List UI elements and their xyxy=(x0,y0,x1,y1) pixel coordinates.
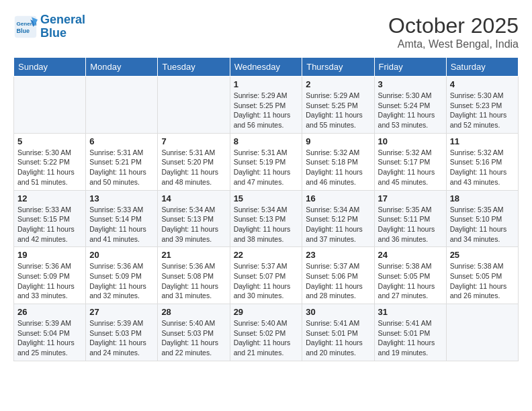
calendar-table: Sunday Monday Tuesday Wednesday Thursday… xyxy=(13,57,519,361)
calendar-cell: 15Sunrise: 5:34 AM Sunset: 5:13 PM Dayli… xyxy=(230,190,302,247)
calendar-cell xyxy=(158,77,230,134)
day-number: 4 xyxy=(450,79,515,89)
calendar-title: October 2025 xyxy=(388,13,519,38)
day-number: 2 xyxy=(306,79,370,89)
header-saturday: Saturday xyxy=(446,58,518,77)
calendar-cell: 30Sunrise: 5:41 AM Sunset: 5:01 PM Dayli… xyxy=(302,304,374,361)
day-info: Sunrise: 5:29 AM Sunset: 5:25 PM Dayligh… xyxy=(306,91,370,130)
header-sunday: Sunday xyxy=(14,58,86,77)
calendar-cell: 13Sunrise: 5:33 AM Sunset: 5:14 PM Dayli… xyxy=(86,190,158,247)
day-info: Sunrise: 5:35 AM Sunset: 5:10 PM Dayligh… xyxy=(450,205,515,244)
header-friday: Friday xyxy=(374,58,446,77)
day-info: Sunrise: 5:34 AM Sunset: 5:13 PM Dayligh… xyxy=(161,205,226,244)
calendar-cell: 31Sunrise: 5:41 AM Sunset: 5:01 PM Dayli… xyxy=(374,304,446,361)
day-number: 27 xyxy=(89,307,154,317)
day-number: 22 xyxy=(234,250,299,260)
calendar-cell: 21Sunrise: 5:36 AM Sunset: 5:08 PM Dayli… xyxy=(158,247,230,304)
day-info: Sunrise: 5:31 AM Sunset: 5:21 PM Dayligh… xyxy=(89,148,154,187)
day-info: Sunrise: 5:36 AM Sunset: 5:09 PM Dayligh… xyxy=(17,261,82,301)
day-info: Sunrise: 5:33 AM Sunset: 5:15 PM Dayligh… xyxy=(17,205,82,244)
day-info: Sunrise: 5:41 AM Sunset: 5:01 PM Dayligh… xyxy=(378,318,443,358)
day-number: 31 xyxy=(378,307,443,317)
page-header: General Blue GeneralBlue October 2025 Am… xyxy=(13,13,519,50)
day-info: Sunrise: 5:38 AM Sunset: 5:05 PM Dayligh… xyxy=(450,261,515,301)
calendar-cell: 11Sunrise: 5:32 AM Sunset: 5:16 PM Dayli… xyxy=(446,133,518,190)
day-info: Sunrise: 5:38 AM Sunset: 5:05 PM Dayligh… xyxy=(378,261,443,301)
day-number: 3 xyxy=(378,79,443,89)
day-info: Sunrise: 5:37 AM Sunset: 5:06 PM Dayligh… xyxy=(306,261,370,301)
day-info: Sunrise: 5:33 AM Sunset: 5:14 PM Dayligh… xyxy=(89,205,154,244)
day-number: 11 xyxy=(450,136,515,146)
week-row-3: 12Sunrise: 5:33 AM Sunset: 5:15 PM Dayli… xyxy=(14,190,519,247)
day-number: 13 xyxy=(89,193,154,203)
week-row-2: 5Sunrise: 5:30 AM Sunset: 5:22 PM Daylig… xyxy=(14,133,519,190)
calendar-cell: 4Sunrise: 5:30 AM Sunset: 5:23 PM Daylig… xyxy=(446,77,518,134)
week-row-4: 19Sunrise: 5:36 AM Sunset: 5:09 PM Dayli… xyxy=(14,247,519,304)
calendar-cell: 29Sunrise: 5:40 AM Sunset: 5:02 PM Dayli… xyxy=(230,304,302,361)
calendar-cell xyxy=(14,77,86,134)
calendar-cell: 14Sunrise: 5:34 AM Sunset: 5:13 PM Dayli… xyxy=(158,190,230,247)
week-row-5: 26Sunrise: 5:39 AM Sunset: 5:04 PM Dayli… xyxy=(14,304,519,361)
calendar-cell: 2Sunrise: 5:29 AM Sunset: 5:25 PM Daylig… xyxy=(302,77,374,134)
day-info: Sunrise: 5:30 AM Sunset: 5:22 PM Dayligh… xyxy=(17,148,82,187)
day-info: Sunrise: 5:34 AM Sunset: 5:12 PM Dayligh… xyxy=(306,205,370,244)
calendar-cell: 24Sunrise: 5:38 AM Sunset: 5:05 PM Dayli… xyxy=(374,247,446,304)
weekday-header-row: Sunday Monday Tuesday Wednesday Thursday… xyxy=(14,58,519,77)
day-number: 5 xyxy=(17,136,82,146)
day-number: 26 xyxy=(17,307,82,317)
day-number: 20 xyxy=(89,250,154,260)
day-number: 30 xyxy=(306,307,370,317)
day-number: 23 xyxy=(306,250,370,260)
day-info: Sunrise: 5:31 AM Sunset: 5:19 PM Dayligh… xyxy=(234,148,299,187)
title-area: October 2025 Amta, West Bengal, India xyxy=(388,13,519,50)
day-info: Sunrise: 5:39 AM Sunset: 5:04 PM Dayligh… xyxy=(17,318,82,358)
day-info: Sunrise: 5:40 AM Sunset: 5:02 PM Dayligh… xyxy=(234,318,299,358)
header-wednesday: Wednesday xyxy=(230,58,302,77)
calendar-cell: 27Sunrise: 5:39 AM Sunset: 5:03 PM Dayli… xyxy=(86,304,158,361)
day-number: 12 xyxy=(17,193,82,203)
day-number: 21 xyxy=(161,250,226,260)
day-number: 24 xyxy=(378,250,443,260)
svg-text:Blue: Blue xyxy=(17,28,30,34)
calendar-cell xyxy=(86,77,158,134)
calendar-cell: 6Sunrise: 5:31 AM Sunset: 5:21 PM Daylig… xyxy=(86,133,158,190)
day-number: 17 xyxy=(378,193,443,203)
logo-icon: General Blue xyxy=(13,15,38,39)
day-info: Sunrise: 5:30 AM Sunset: 5:24 PM Dayligh… xyxy=(378,91,443,130)
calendar-cell xyxy=(446,304,518,361)
calendar-cell: 17Sunrise: 5:35 AM Sunset: 5:11 PM Dayli… xyxy=(374,190,446,247)
calendar-cell: 28Sunrise: 5:40 AM Sunset: 5:03 PM Dayli… xyxy=(158,304,230,361)
day-info: Sunrise: 5:37 AM Sunset: 5:07 PM Dayligh… xyxy=(234,261,299,301)
day-info: Sunrise: 5:32 AM Sunset: 5:18 PM Dayligh… xyxy=(306,148,370,187)
calendar-cell: 22Sunrise: 5:37 AM Sunset: 5:07 PM Dayli… xyxy=(230,247,302,304)
calendar-subtitle: Amta, West Bengal, India xyxy=(388,38,519,50)
calendar-cell: 1Sunrise: 5:29 AM Sunset: 5:25 PM Daylig… xyxy=(230,77,302,134)
calendar-cell: 3Sunrise: 5:30 AM Sunset: 5:24 PM Daylig… xyxy=(374,77,446,134)
week-row-1: 1Sunrise: 5:29 AM Sunset: 5:25 PM Daylig… xyxy=(14,77,519,134)
calendar-cell: 9Sunrise: 5:32 AM Sunset: 5:18 PM Daylig… xyxy=(302,133,374,190)
day-number: 7 xyxy=(161,136,226,146)
day-info: Sunrise: 5:31 AM Sunset: 5:20 PM Dayligh… xyxy=(161,148,226,187)
day-info: Sunrise: 5:30 AM Sunset: 5:23 PM Dayligh… xyxy=(450,91,515,130)
day-number: 1 xyxy=(234,79,299,89)
day-info: Sunrise: 5:36 AM Sunset: 5:08 PM Dayligh… xyxy=(161,261,226,301)
day-number: 16 xyxy=(306,193,370,203)
calendar-cell: 26Sunrise: 5:39 AM Sunset: 5:04 PM Dayli… xyxy=(14,304,86,361)
day-number: 19 xyxy=(17,250,82,260)
calendar-cell: 25Sunrise: 5:38 AM Sunset: 5:05 PM Dayli… xyxy=(446,247,518,304)
day-info: Sunrise: 5:34 AM Sunset: 5:13 PM Dayligh… xyxy=(234,205,299,244)
calendar-cell: 7Sunrise: 5:31 AM Sunset: 5:20 PM Daylig… xyxy=(158,133,230,190)
day-info: Sunrise: 5:41 AM Sunset: 5:01 PM Dayligh… xyxy=(306,318,370,358)
day-number: 6 xyxy=(89,136,154,146)
calendar-cell: 10Sunrise: 5:32 AM Sunset: 5:17 PM Dayli… xyxy=(374,133,446,190)
day-info: Sunrise: 5:39 AM Sunset: 5:03 PM Dayligh… xyxy=(89,318,154,358)
logo-text: GeneralBlue xyxy=(40,13,85,40)
day-info: Sunrise: 5:32 AM Sunset: 5:16 PM Dayligh… xyxy=(450,148,515,187)
calendar-cell: 18Sunrise: 5:35 AM Sunset: 5:10 PM Dayli… xyxy=(446,190,518,247)
day-info: Sunrise: 5:32 AM Sunset: 5:17 PM Dayligh… xyxy=(378,148,443,187)
day-number: 18 xyxy=(450,193,515,203)
day-number: 15 xyxy=(234,193,299,203)
calendar-cell: 5Sunrise: 5:30 AM Sunset: 5:22 PM Daylig… xyxy=(14,133,86,190)
day-info: Sunrise: 5:36 AM Sunset: 5:09 PM Dayligh… xyxy=(89,261,154,301)
day-number: 25 xyxy=(450,250,515,260)
